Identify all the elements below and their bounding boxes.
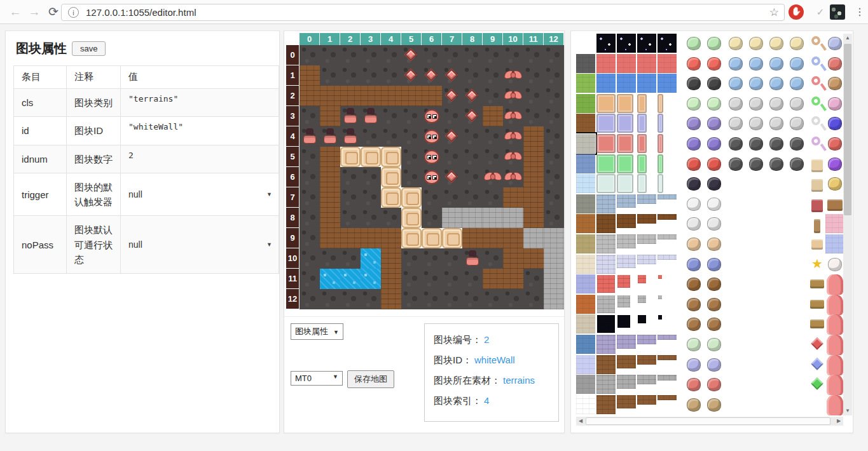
map-tile-dark-floor[interactable] [320, 289, 340, 309]
palette-pink-boss-sprite[interactable] [825, 274, 843, 293]
url-bar[interactable]: i 127.0.0.1:1055/editor.html ☆ [61, 4, 785, 21]
palette-gray-stair-strip[interactable] [637, 375, 656, 394]
map-tile-dark-floor[interactable] [442, 187, 462, 208]
palette-dark-demon-sprite[interactable] [726, 134, 745, 153]
map-tile-dark-floor[interactable] [503, 289, 523, 309]
map-tile-dark-floor[interactable] [300, 208, 320, 228]
map-tile-dark-floor[interactable] [361, 208, 381, 228]
map-tile-brown-path[interactable] [361, 86, 381, 106]
palette-lavender-stripe-tile[interactable] [576, 274, 595, 293]
map-tile-dark-floor[interactable] [361, 45, 381, 65]
map-tile-brown-path[interactable] [523, 126, 544, 147]
map-tile-dark-floor[interactable] [320, 248, 340, 269]
map-tile-dark-floor[interactable] [381, 126, 401, 147]
palette-bride-npc[interactable] [825, 255, 843, 274]
map-tile-white-wall[interactable] [361, 147, 381, 167]
map-tile-stone-path[interactable] [544, 289, 564, 309]
palette-pillar-strip[interactable] [617, 255, 636, 274]
palette-red-ghost-robe-sprite[interactable] [705, 375, 724, 394]
map-tile-dark-floor[interactable] [544, 86, 564, 106]
map-tile-dark-floor[interactable] [320, 45, 340, 65]
map-tile-red-bat[interactable] [503, 65, 523, 86]
palette-sand-tile[interactable] [576, 255, 595, 274]
map-tile-dark-floor[interactable] [544, 106, 564, 126]
palette-red-bat-sprite[interactable] [705, 154, 724, 173]
map-tile-brown-path[interactable] [320, 208, 340, 228]
palette-blue-gray-stair-strip[interactable] [658, 194, 677, 213]
forward-icon[interactable]: → [25, 3, 43, 21]
map-tile-red-gem[interactable] [442, 86, 462, 106]
map-tile-dark-floor[interactable] [462, 269, 483, 289]
palette-lava-shrink-strip[interactable] [617, 274, 636, 293]
palette-purple-cobble-stair-strip[interactable] [596, 335, 616, 354]
map-tile-dark-floor[interactable] [503, 45, 523, 65]
map-tile-dark-floor[interactable] [442, 147, 462, 167]
map-tile-white-wall[interactable] [401, 208, 422, 228]
map-tile-dark-floor[interactable] [462, 126, 483, 147]
palette-blue-ghost-sprite[interactable] [787, 54, 806, 73]
map-tile-stone-path[interactable] [544, 269, 564, 289]
map-tile-stone-path[interactable] [483, 208, 503, 228]
palette-brown-golem-sprite[interactable] [705, 274, 724, 293]
palette-old-man-npc[interactable] [825, 34, 843, 53]
map-tile-dark-floor[interactable] [483, 248, 503, 269]
map-tile-brown-path[interactable] [503, 187, 523, 208]
map-tile-red-bat[interactable] [503, 86, 523, 106]
palette-purple-wall-strip[interactable] [617, 114, 636, 133]
map-tile-dark-floor[interactable] [381, 106, 401, 126]
palette-blue-key-item[interactable] [808, 54, 827, 73]
property-value[interactable]: 2 [121, 145, 279, 173]
map-tile-brown-path[interactable] [320, 187, 340, 208]
map-tile-white-wall[interactable] [381, 187, 401, 208]
map-tile-brown-path[interactable] [320, 147, 340, 167]
map-tile-dark-floor[interactable] [300, 167, 320, 187]
palette-pillar-strip[interactable] [637, 255, 656, 274]
palette-golem-shield-sprite[interactable] [705, 295, 724, 314]
map-tile-dark-floor[interactable] [422, 248, 442, 269]
map-tile-brown-path[interactable] [422, 86, 442, 106]
palette-pink-face-block[interactable] [825, 214, 843, 233]
palette-blue-ghost-sprite[interactable] [747, 54, 766, 73]
palette-red-water-tile[interactable] [637, 54, 656, 73]
palette-dirt-tile[interactable] [576, 114, 595, 133]
palette-diamond-tile-strip[interactable] [658, 174, 677, 193]
palette-grass-tile[interactable] [576, 94, 595, 113]
map-tile-dark-floor[interactable] [462, 45, 483, 65]
palette-yellow-star-item[interactable]: ★ [808, 255, 827, 274]
back-icon[interactable]: ← [6, 3, 24, 21]
palette-orange-wall-strip[interactable] [596, 94, 616, 113]
palette-skeleton-soldier-sprite[interactable] [684, 214, 703, 233]
map-tile-red-gem[interactable] [442, 126, 462, 147]
map-tile-brown-path[interactable] [320, 106, 340, 126]
map-tile-brown-path[interactable] [483, 228, 503, 248]
palette-blue-gray-stair-strip[interactable] [617, 194, 636, 213]
palette-tan-key-item[interactable] [808, 34, 827, 53]
palette-purple-ghost-robe-sprite[interactable] [705, 355, 724, 374]
palette-red-water-tile[interactable] [658, 54, 677, 73]
map-tile-dark-floor[interactable] [544, 45, 564, 65]
map-tile-brown-path[interactable] [381, 228, 401, 248]
map-tile-dark-floor[interactable] [300, 269, 320, 289]
map-tile-red-bat[interactable] [503, 167, 523, 187]
palette-brown-brick-stair-strip[interactable] [658, 214, 677, 233]
palette-blue-water-tile[interactable] [658, 74, 677, 93]
map-tile-red-gem[interactable] [442, 65, 462, 86]
palette-purple-cobble-stair-strip[interactable] [637, 335, 656, 354]
map-tile-red-bat[interactable] [503, 147, 523, 167]
palette-gray-stair-strip[interactable] [596, 375, 616, 394]
map-tile-dark-floor[interactable] [381, 208, 401, 228]
palette-big-bat-sprite[interactable] [684, 134, 703, 153]
adblock-extension-icon[interactable] [789, 4, 804, 20]
horizontal-scrollbar[interactable]: ◀ ▶ [576, 417, 843, 426]
map-tile-brown-path[interactable] [340, 86, 361, 106]
palette-starfield-tile[interactable] [596, 34, 616, 53]
palette-blue-gem-item[interactable] [808, 355, 827, 374]
palette-red-slime-sprite[interactable] [705, 54, 724, 73]
palette-green-zombie-sprite[interactable] [705, 335, 724, 354]
palette-brown-brick-stair-strip[interactable] [617, 214, 636, 233]
palette-red-priest-npc[interactable] [825, 134, 843, 153]
palette-green-zombie-sprite[interactable] [684, 335, 703, 354]
palette-gray-brick-stair-strip[interactable] [596, 234, 616, 253]
palette-red-guard-npc[interactable] [825, 54, 843, 73]
palette-pink-boss-sprite[interactable] [825, 295, 843, 314]
